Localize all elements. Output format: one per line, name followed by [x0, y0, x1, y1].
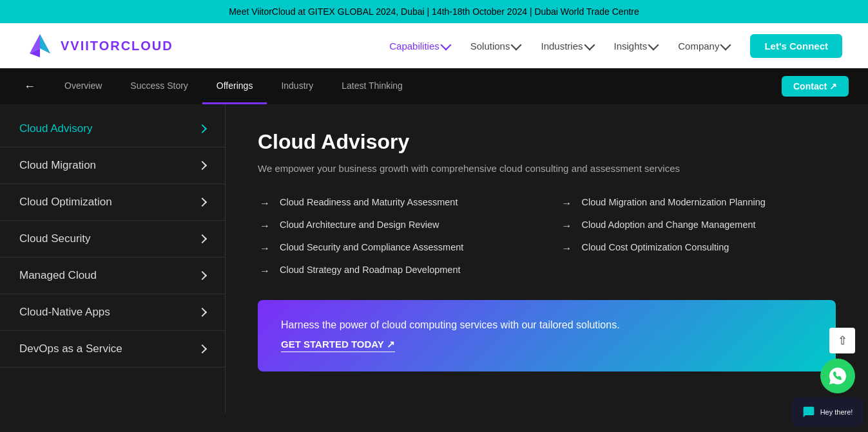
sidebar-item-cloud-migration[interactable]: Cloud Migration: [0, 147, 225, 184]
arrow-right-icon: [198, 234, 207, 243]
arrow-icon: →: [560, 243, 574, 254]
arrow-right-icon: [198, 271, 207, 280]
sidebar-item-cloud-optimization[interactable]: Cloud Optimization: [0, 184, 225, 221]
chevron-insights: [648, 39, 659, 50]
arrow-icon: →: [560, 220, 574, 232]
cta-link[interactable]: GET STARTED TODAY ↗: [281, 339, 395, 352]
services-grid: → Cloud Readiness and Maturity Assessmen…: [258, 197, 836, 277]
nav-company[interactable]: Company: [678, 41, 729, 52]
nav-industries[interactable]: Industries: [541, 41, 593, 52]
header: VVIITORCLOUD Capabilities Solutions Indu…: [0, 23, 868, 68]
cta-banner: Harness the power of cloud computing ser…: [258, 300, 836, 371]
whatsapp-icon: [828, 366, 847, 386]
content-area: Cloud Advisory We empower your business …: [226, 104, 868, 413]
banner-text: Meet ViitorCloud at GITEX GLOBAL 2024, D…: [229, 6, 639, 17]
svg-marker-1: [40, 34, 50, 53]
arrow-icon: →: [258, 220, 272, 232]
arrow-icon: →: [560, 198, 574, 209]
service-item-1: → Cloud Migration and Modernization Plan…: [560, 197, 836, 209]
arrow-right-icon: [198, 161, 207, 170]
sidebar-item-cloud-native-apps[interactable]: Cloud-Native Apps: [0, 294, 225, 331]
logo-text: VVIITORCLOUD: [61, 39, 173, 53]
service-item-6: → Cloud Strategy and Roadmap Development: [258, 265, 534, 277]
arrow-icon: →: [258, 243, 272, 254]
sec-nav-success-story[interactable]: Success Story: [116, 68, 202, 104]
cta-text: Harness the power of cloud computing ser…: [281, 319, 813, 331]
main-content: Cloud Advisory Cloud Migration Cloud Opt…: [0, 104, 868, 413]
service-item-0: → Cloud Readiness and Maturity Assessmen…: [258, 197, 534, 209]
arrow-right-icon: [198, 308, 207, 317]
service-item-2: → Cloud Architecture and Design Review: [258, 220, 534, 232]
arrow-icon: →: [258, 265, 272, 277]
content-subtitle: We empower your business growth with com…: [258, 163, 836, 174]
logo-icon: [26, 32, 54, 60]
main-nav: Capabilities Solutions Industries Insigh…: [389, 34, 842, 58]
chevron-capabilities: [440, 39, 451, 50]
service-item-3: → Cloud Adoption and Change Management: [560, 220, 836, 232]
sidebar-item-cloud-advisory[interactable]: Cloud Advisory: [0, 111, 225, 147]
top-banner: Meet ViitorCloud at GITEX GLOBAL 2024, D…: [0, 0, 868, 23]
chat-icon: [802, 406, 815, 413]
arrow-right-icon: [198, 198, 207, 207]
content-title: Cloud Advisory: [258, 130, 836, 154]
secondary-nav: ← Overview Success Story Offerings Indus…: [0, 68, 868, 104]
nav-capabilities[interactable]: Capabilities: [389, 41, 450, 52]
sidebar-item-devops[interactable]: DevOps as a Service: [0, 331, 225, 368]
service-item-5: → Cloud Cost Optimization Consulting: [560, 242, 836, 254]
connect-button[interactable]: Let's Connect: [750, 34, 842, 58]
sidebar-item-managed-cloud[interactable]: Managed Cloud: [0, 258, 225, 294]
sidebar-item-cloud-security[interactable]: Cloud Security: [0, 221, 225, 258]
contact-button[interactable]: Contact ↗: [782, 76, 849, 97]
sidebar: Cloud Advisory Cloud Migration Cloud Opt…: [0, 104, 226, 413]
sec-nav-offerings[interactable]: Offerings: [202, 68, 267, 104]
back-arrow[interactable]: ←: [19, 76, 40, 97]
arrow-icon: →: [258, 198, 272, 209]
chevron-company: [720, 39, 731, 50]
chevron-solutions: [511, 39, 522, 50]
nav-solutions[interactable]: Solutions: [470, 41, 521, 52]
sec-nav-latest-thinking[interactable]: Latest Thinking: [327, 68, 417, 104]
whatsapp-button[interactable]: [820, 359, 855, 393]
chat-widget[interactable]: Hey there!: [792, 397, 863, 413]
sec-nav-industry[interactable]: Industry: [267, 68, 327, 104]
sec-nav-overview[interactable]: Overview: [50, 68, 116, 104]
logo-area[interactable]: VVIITORCLOUD: [26, 32, 173, 60]
chevron-industries: [584, 39, 595, 50]
service-item-4: → Cloud Security and Compliance Assessme…: [258, 242, 534, 254]
arrow-right-icon: [198, 344, 207, 353]
nav-insights[interactable]: Insights: [614, 41, 658, 52]
scroll-top-button[interactable]: ⇧: [829, 328, 855, 353]
arrow-right-icon: [198, 124, 207, 133]
